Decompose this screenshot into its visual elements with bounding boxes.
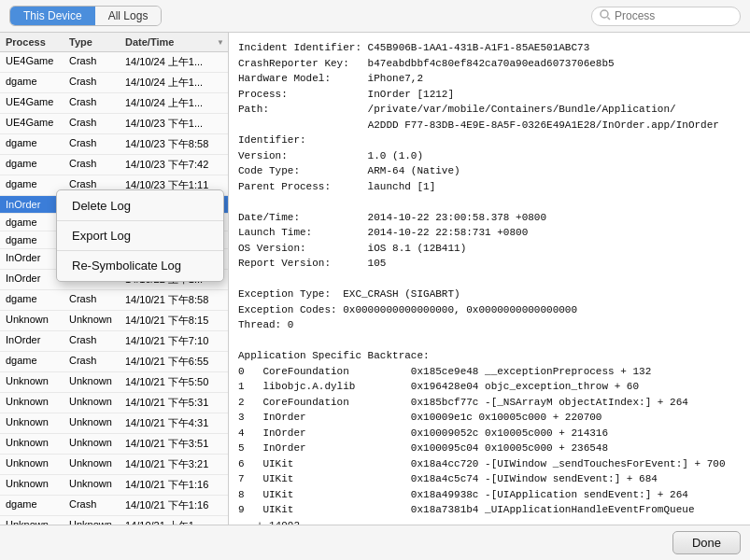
row-type: Crash [65,496,121,515]
list-item[interactable]: Unknown Unknown 14/10/21 下午5:50 [0,372,228,393]
row-type: Crash [65,114,121,133]
row-type: Unknown [65,413,121,433]
row-datetime: 14/10/24 上午1... [121,52,228,72]
context-menu: Delete LogExport LogRe-Symbolicate Log [56,189,224,282]
row-process: UE4Game [0,52,65,72]
list-item[interactable]: dgame Crash 14/10/24 上午1... [0,73,228,93]
list-item[interactable]: dgame Crash 14/10/21 下午8:58 [0,290,228,311]
row-type: Crash [65,93,121,113]
bottom-bar: Done [0,525,750,560]
list-item[interactable]: Unknown Unknown 14/10/21 下午3:21 [0,455,228,475]
tab-all-logs[interactable]: All Logs [95,7,162,25]
row-datetime: 14/10/21 下午8:15 [121,311,228,330]
header-type: Type [65,33,121,51]
top-bar: This Device All Logs [0,0,750,33]
list-item[interactable]: UE4Game Crash 14/10/24 上午1... [0,52,228,73]
row-type: Crash [65,290,121,310]
search-input[interactable] [615,9,736,22]
list-item[interactable]: dgame Crash 14/10/21 下午6:55 [0,352,228,372]
row-type: Crash [65,52,121,72]
list-item[interactable]: Unknown Unknown 14/10/21 下午5:31 [0,393,228,413]
list-item[interactable]: InOrder Crash 14/10/21 下午7:10 [0,331,228,352]
row-type: Crash [65,352,121,371]
row-process: UE4Game [0,93,65,113]
row-datetime: 14/10/21 下午8:58 [121,290,228,310]
list-item[interactable]: dgame Crash 14/10/21 下午1:16 [0,496,228,516]
list-item[interactable]: dgame Crash 14/10/23 下午7:42 [0,155,228,175]
context-menu-item-delete-log[interactable]: Delete Log [57,193,223,218]
row-datetime: 14/10/21 下午7:10 [121,331,228,351]
row-datetime: 14/10/23 下午8:58 [121,134,228,154]
row-type: Unknown [65,311,121,330]
context-menu-divider [57,250,223,251]
row-datetime: 14/10/23 下午1... [121,114,228,133]
row-datetime: 14/10/21 下午3:51 [121,434,228,454]
row-process: UE4Game [0,114,65,133]
row-process: Unknown [0,372,65,392]
row-process: Unknown [0,455,65,474]
row-process: dgame [0,134,65,154]
row-process: dgame [0,352,65,371]
row-datetime: 14/10/21 下午6:55 [121,352,228,371]
row-type: Unknown [65,475,121,495]
log-rows: UE4Game Crash 14/10/24 上午1... dgame Cras… [0,52,228,525]
svg-point-0 [601,10,608,18]
row-datetime: 14/10/21 下午4:31 [121,413,228,433]
list-item[interactable]: dgame Crash 14/10/23 下午8:58 [0,134,228,155]
row-datetime: 14/10/24 上午1... [121,93,228,113]
header-datetime[interactable]: Date/Time ▼ [121,33,228,51]
context-menu-item-re-symbolicate-log[interactable]: Re-Symbolicate Log [57,253,223,278]
svg-line-1 [608,17,611,20]
header-process: Process [0,33,65,51]
list-item[interactable]: UE4Game Crash 14/10/23 下午1... [0,114,228,134]
row-process: Unknown [0,475,65,495]
row-datetime: 14/10/21 下午5:50 [121,372,228,392]
row-process: InOrder [0,331,65,351]
row-datetime: 14/10/21 下午1:16 [121,496,228,515]
done-button[interactable]: Done [672,531,741,554]
search-icon [600,9,611,23]
row-process: Unknown [0,516,65,525]
device-tabs: This Device All Logs [9,6,162,26]
row-datetime: 14/10/21 下午1:16 [121,475,228,495]
list-item[interactable]: Unknown Unknown 14/10/21 下午8:15 [0,311,228,331]
row-type: Unknown [65,372,121,392]
log-list-panel: Process Type Date/Time ▼ UE4Game Crash 1… [0,33,229,525]
row-process: Unknown [0,434,65,454]
row-process: Unknown [0,393,65,413]
sort-icon: ▼ [217,38,224,47]
log-list-header: Process Type Date/Time ▼ [0,33,228,52]
row-type: Crash [65,155,121,175]
list-item[interactable]: Unknown Unknown 14/10/21 下午3:51 [0,434,228,455]
list-item[interactable]: Unknown Unknown 14/10/21 上午1... [0,516,228,525]
context-menu-divider [57,220,223,221]
tab-this-device[interactable]: This Device [10,7,95,25]
row-process: dgame [0,290,65,310]
row-process: dgame [0,155,65,175]
search-box [591,7,741,26]
row-type: Crash [65,331,121,351]
row-process: dgame [0,73,65,92]
main-content: Process Type Date/Time ▼ UE4Game Crash 1… [0,33,750,525]
log-detail-panel: Incident Identifier: C45B906B-1AA1-431B-… [229,33,750,525]
row-type: Unknown [65,434,121,454]
list-item[interactable]: Unknown Unknown 14/10/21 下午1:16 [0,475,228,496]
row-datetime: 14/10/21 下午3:21 [121,455,228,474]
row-datetime: 14/10/21 下午5:31 [121,393,228,413]
row-process: dgame [0,496,65,515]
list-item[interactable]: Unknown Unknown 14/10/21 下午4:31 [0,413,228,434]
row-type: Crash [65,134,121,154]
row-type: Unknown [65,516,121,525]
list-item[interactable]: UE4Game Crash 14/10/24 上午1... [0,93,228,114]
context-menu-item-export-log[interactable]: Export Log [57,223,223,248]
row-datetime: 14/10/23 下午7:42 [121,155,228,175]
row-process: Unknown [0,413,65,433]
row-process: Unknown [0,311,65,330]
row-type: Unknown [65,455,121,474]
row-type: Unknown [65,393,121,413]
row-datetime: 14/10/24 上午1... [121,73,228,92]
row-type: Crash [65,73,121,92]
row-datetime: 14/10/21 上午1... [121,516,228,525]
